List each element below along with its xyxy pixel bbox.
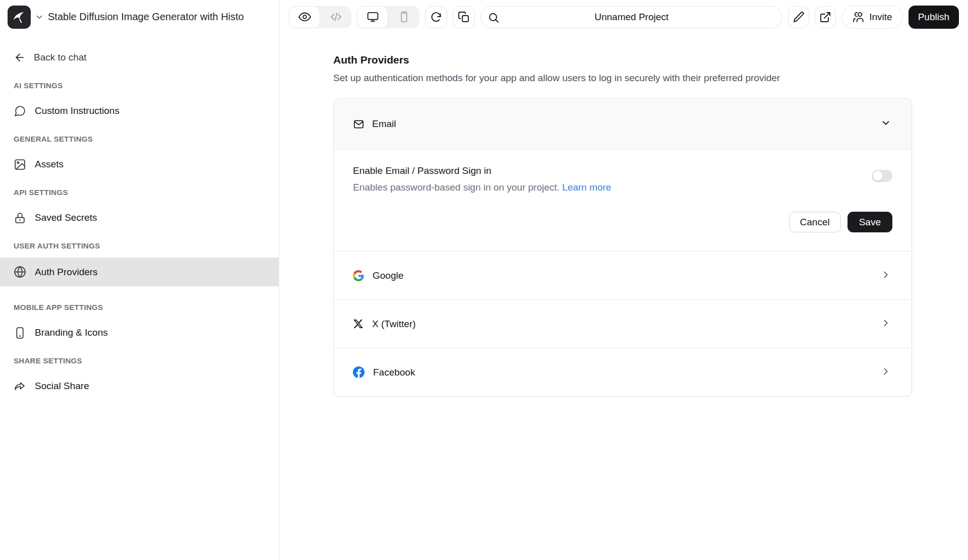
section-header-general-settings: GENERAL SETTINGS (0, 135, 279, 143)
x-twitter-provider-row[interactable]: X (Twitter) (334, 299, 912, 348)
settings-sidebar: Stable Diffusion Image Generator with Hi… (0, 0, 279, 560)
copy-button[interactable] (453, 6, 475, 28)
sidebar-item-label: Saved Secrets (35, 212, 97, 223)
email-provider-body: Enable Email / Password Sign in Enables … (334, 150, 912, 251)
enable-email-title: Enable Email / Password Sign in (353, 165, 611, 176)
sidebar-item-branding-icons[interactable]: Branding & Icons (0, 326, 279, 340)
sidebar-item-label: Custom Instructions (35, 105, 119, 116)
email-password-toggle[interactable] (872, 170, 892, 182)
top-toolbar: Unnamed Project Invite Publish (279, 0, 968, 34)
sidebar-item-label: Branding & Icons (35, 327, 108, 338)
auth-providers-page: Auth Providers Set up authentication met… (279, 34, 968, 560)
enable-email-description-text: Enables password-based sign in on your p… (353, 182, 560, 193)
facebook-provider-label: Facebook (373, 367, 415, 378)
publish-button[interactable]: Publish (909, 6, 959, 29)
section-header-user-auth-settings: USER AUTH SETTINGS (0, 241, 279, 250)
pencil-icon (793, 11, 805, 23)
settings-nav: Back to chat AI SETTINGS Custom Instruct… (0, 34, 279, 560)
learn-more-link[interactable]: Learn more (562, 182, 611, 193)
sidebar-item-assets[interactable]: Assets (0, 157, 279, 171)
section-header-api-settings: API SETTINGS (0, 188, 279, 197)
page-subtitle: Set up authentication methods for your a… (333, 73, 968, 84)
chat-bubble-icon (14, 105, 26, 117)
sidebar-item-auth-providers[interactable]: Auth Providers (0, 258, 279, 286)
edit-button[interactable] (788, 6, 809, 28)
invite-label: Invite (869, 12, 892, 23)
back-to-chat-button[interactable]: Back to chat (0, 50, 279, 65)
project-name-text: Unnamed Project (594, 12, 669, 23)
project-switcher-chevron-icon[interactable] (35, 13, 44, 22)
image-icon (14, 158, 26, 171)
external-link-icon (819, 11, 831, 23)
project-name-search-input[interactable]: Unnamed Project (480, 6, 782, 28)
monitor-icon (367, 11, 379, 23)
sidebar-item-label: Auth Providers (35, 267, 98, 278)
app-logo[interactable] (8, 6, 31, 29)
sidebar-header: Stable Diffusion Image Generator with Hi… (0, 0, 279, 34)
section-header-share-settings: SHARE SETTINGS (0, 356, 279, 365)
facebook-provider-row[interactable]: Facebook (334, 348, 912, 396)
email-provider-label: Email (372, 118, 396, 130)
x-twitter-provider-label: X (Twitter) (372, 319, 416, 330)
preview-mode-button[interactable] (289, 6, 320, 28)
facebook-icon (353, 366, 365, 378)
device-segment (357, 6, 419, 28)
sidebar-item-custom-instructions[interactable]: Custom Instructions (0, 104, 279, 118)
mobile-view-button[interactable] (388, 6, 419, 28)
chevron-down-icon (880, 117, 891, 131)
code-icon (330, 11, 342, 23)
mail-icon (353, 118, 365, 130)
view-mode-segment (289, 6, 351, 28)
sidebar-item-label: Assets (35, 159, 64, 170)
enable-email-description: Enables password-based sign in on your p… (353, 182, 611, 193)
sidebar-item-label: Social Share (35, 381, 89, 392)
back-to-chat-label: Back to chat (34, 52, 87, 63)
cancel-button[interactable]: Cancel (789, 212, 841, 232)
share-icon (14, 380, 26, 393)
mobile-phone-icon (398, 11, 410, 23)
logo-swoosh-icon (12, 10, 27, 25)
lock-icon (14, 212, 26, 224)
x-twitter-icon (353, 319, 364, 329)
refresh-button[interactable] (425, 6, 447, 28)
copy-icon (458, 11, 470, 23)
invite-button[interactable]: Invite (841, 6, 902, 29)
sidebar-item-social-share[interactable]: Social Share (0, 379, 279, 393)
sidebar-project-title: Stable Diffusion Image Generator with Hi… (48, 11, 265, 23)
arrow-left-icon (14, 51, 26, 64)
google-provider-label: Google (373, 270, 403, 281)
email-provider-header[interactable]: Email (334, 99, 912, 150)
section-header-mobile-app-settings: MOBILE APP SETTINGS (0, 303, 279, 312)
google-provider-row[interactable]: Google (334, 251, 912, 299)
toggle-knob (873, 171, 883, 181)
globe-icon (14, 266, 26, 278)
sidebar-item-saved-secrets[interactable]: Saved Secrets (0, 211, 279, 225)
page-title: Auth Providers (333, 54, 968, 66)
section-header-ai-settings: AI SETTINGS (0, 81, 279, 90)
app-window: Stable Diffusion Image Generator with Hi… (0, 0, 968, 560)
code-mode-button[interactable] (320, 6, 351, 28)
desktop-view-button[interactable] (357, 6, 388, 28)
auth-providers-card: Email Enable Email / Password Sign in En… (333, 98, 912, 397)
chevron-right-icon (880, 366, 891, 379)
users-icon (852, 11, 865, 23)
save-button[interactable]: Save (848, 212, 892, 232)
open-external-button[interactable] (815, 6, 836, 28)
search-icon (488, 12, 500, 26)
chevron-right-icon (880, 318, 891, 331)
eye-icon (298, 11, 311, 23)
smartphone-icon (14, 327, 26, 339)
google-icon (353, 270, 364, 281)
refresh-icon (430, 11, 442, 23)
chevron-right-icon (880, 269, 891, 282)
